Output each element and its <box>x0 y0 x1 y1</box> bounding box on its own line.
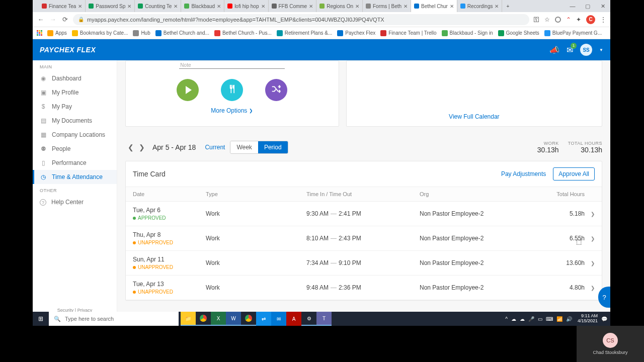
new-tab-button[interactable]: + <box>502 4 513 9</box>
extension-icon-2[interactable]: ⌃ <box>566 16 571 23</box>
note-field[interactable]: Note <box>179 62 285 69</box>
bookmark-item[interactable]: Finance Team | Trello <box>380 30 436 36</box>
sidebar-item[interactable]: ▯Performance <box>33 156 117 170</box>
bookmark-item[interactable]: Retirement Plans &... <box>277 30 332 36</box>
browser-tab[interactable]: Counting Te✕ <box>135 0 181 12</box>
bookmark-item[interactable]: Hub <box>133 30 150 36</box>
task-chrome[interactable] <box>196 312 211 326</box>
tab-close-icon[interactable]: ✕ <box>217 4 221 9</box>
sidebar-item-help[interactable]: ? Help Center <box>33 195 117 209</box>
timecard-row[interactable]: Tue, Apr 6 APPROVED Work 9:30 AM—2:41 PM… <box>126 202 602 226</box>
start-button[interactable]: ⊞ <box>33 315 49 322</box>
tab-close-icon[interactable]: ✕ <box>495 4 499 9</box>
minimize-button[interactable]: — <box>565 3 580 10</box>
browser-tab[interactable]: Forms | Beth✕ <box>363 0 411 12</box>
chevron-right-icon[interactable]: ❯ <box>585 285 595 291</box>
bookmark-item[interactable]: Apps <box>47 30 67 36</box>
sidebar-item[interactable]: ⚉People <box>33 142 117 156</box>
close-window-button[interactable]: ✕ <box>595 3 610 10</box>
task-teams[interactable]: T <box>316 312 332 326</box>
timecard-row[interactable]: Tue, Apr 13 UNAPPROVED Work 9:48 AM—2:36… <box>126 276 602 300</box>
chevron-right-icon[interactable]: ❯ <box>585 211 595 217</box>
tray-wifi-icon[interactable]: 📶 <box>556 316 562 322</box>
sidebar-item[interactable]: ▦Company Locations <box>33 128 117 142</box>
timecard-row[interactable]: Thu, Apr 8 UNAPPROVED Work 8:10 AM—2:43 … <box>126 226 602 251</box>
browser-tab[interactable]: FFB Comme✕ <box>269 0 317 12</box>
tab-close-icon[interactable]: ✕ <box>127 4 131 9</box>
task-word[interactable]: W <box>226 312 241 326</box>
back-button[interactable]: ← <box>37 16 45 23</box>
tray-battery-icon[interactable]: ▭ <box>538 316 542 322</box>
tab-close-icon[interactable]: ✕ <box>355 4 359 9</box>
announcements-icon[interactable]: 📣 <box>549 45 559 55</box>
bookmark-item[interactable]: Bookmarks by Cate... <box>72 30 128 36</box>
tray-onedrive-icon[interactable]: ☁ <box>511 316 516 322</box>
tab-close-icon[interactable]: ✕ <box>78 4 82 9</box>
prev-period-button[interactable]: ❮ <box>125 143 136 151</box>
bookmark-item[interactable]: Paychex Flex <box>337 30 375 36</box>
pay-adjustments-link[interactable]: Pay Adjustments <box>501 170 546 177</box>
approve-all-button[interactable]: Approve All <box>553 167 595 180</box>
help-fab[interactable]: ? <box>598 287 610 308</box>
task-chrome-2[interactable] <box>241 312 256 326</box>
url-input[interactable]: 🔒 myapps.paychex.com/landing_remote/html… <box>73 14 529 25</box>
chevron-right-icon[interactable]: ❯ <box>585 236 595 241</box>
star-icon[interactable]: ☆ <box>544 16 550 23</box>
sidebar-item[interactable]: ◉Dashboard <box>33 71 117 85</box>
task-excel[interactable]: X <box>211 312 226 326</box>
tab-close-icon[interactable]: ✕ <box>261 4 265 9</box>
chevron-down-icon[interactable]: ▼ <box>599 48 603 52</box>
maximize-button[interactable]: ▢ <box>580 3 595 10</box>
task-teamviewer[interactable]: ⇄ <box>256 312 271 326</box>
timecard-row[interactable]: Sun, Apr 11 UNAPPROVED Work 7:34 AM—9:10… <box>126 251 602 276</box>
clock-in-button[interactable] <box>177 79 199 101</box>
chevron-right-icon[interactable]: ❯ <box>585 260 595 266</box>
reload-button[interactable]: ⟳ <box>61 16 69 23</box>
tab-close-icon[interactable]: ✕ <box>309 4 313 9</box>
taskbar-search[interactable]: 🔍 Type here to search <box>49 312 179 326</box>
key-icon[interactable]: ⚿ <box>533 16 539 23</box>
more-options-link[interactable]: More Options ❯ <box>211 107 253 114</box>
task-outlook[interactable]: ✉ <box>271 312 286 326</box>
browser-tab[interactable]: Recordings✕ <box>457 0 503 12</box>
browser-tab[interactable]: Finance Tea✕ <box>39 0 86 12</box>
sidebar-item[interactable]: $My Pay <box>33 100 117 114</box>
bookmark-item[interactable]: Bethel Church - Pus... <box>214 30 272 36</box>
period-toggle[interactable]: Period <box>258 141 288 153</box>
bookmark-item[interactable]: Blackbaud - Sign in <box>442 30 493 36</box>
view-calendar-link[interactable]: View Full Calendar <box>449 113 500 120</box>
forward-button[interactable]: → <box>49 16 57 23</box>
tray-volume-icon[interactable]: 🔊 <box>566 316 572 322</box>
tray-mic-icon[interactable]: 🎤 <box>528 316 534 322</box>
browser-tab[interactable]: Regions On✕ <box>316 0 363 12</box>
task-explorer[interactable]: 📁 <box>181 312 196 326</box>
sidebar-item[interactable]: ▤My Documents <box>33 114 117 128</box>
task-acrobat[interactable]: A <box>286 312 301 326</box>
tray-cloud-icon[interactable]: ☁ <box>520 316 525 322</box>
browser-tab[interactable]: Blackbaud✕ <box>181 0 224 12</box>
apps-button[interactable] <box>37 30 42 36</box>
tray-notifications-icon[interactable]: 💬 <box>601 316 607 322</box>
tab-close-icon[interactable]: ✕ <box>174 4 178 9</box>
bookmark-item[interactable]: Bethel Church and... <box>155 30 209 36</box>
browser-tab[interactable]: Password Sp✕ <box>86 0 135 12</box>
tab-close-icon[interactable]: ✕ <box>450 4 454 9</box>
messages-icon[interactable]: ✉ 1 <box>567 45 573 55</box>
tab-close-icon[interactable]: ✕ <box>404 4 408 9</box>
bookmark-item[interactable]: Google Sheets <box>498 30 539 36</box>
week-toggle[interactable]: Week <box>230 141 258 153</box>
tray-keyboard-icon[interactable]: ⌨ <box>546 316 553 322</box>
current-link[interactable]: Current <box>205 144 225 151</box>
taskbar-clock[interactable]: 9:11 AM 4/15/2021 <box>576 314 598 324</box>
menu-icon[interactable]: ⋮ <box>600 16 606 23</box>
tray-chevron-icon[interactable]: ^ <box>505 316 508 322</box>
transfer-button[interactable] <box>265 79 287 101</box>
sidebar-item[interactable]: ▣My Profile <box>33 85 117 100</box>
sidebar-item[interactable]: ◷Time & Attendance <box>33 170 117 184</box>
profile-avatar[interactable]: C <box>586 15 595 24</box>
browser-tab[interactable]: lofi hip hop✕ <box>224 0 268 12</box>
extensions-icon[interactable]: ✦ <box>576 16 581 23</box>
user-avatar[interactable]: SS <box>580 44 592 56</box>
next-period-button[interactable]: ❯ <box>136 143 147 151</box>
extension-icon-1[interactable] <box>555 17 561 23</box>
